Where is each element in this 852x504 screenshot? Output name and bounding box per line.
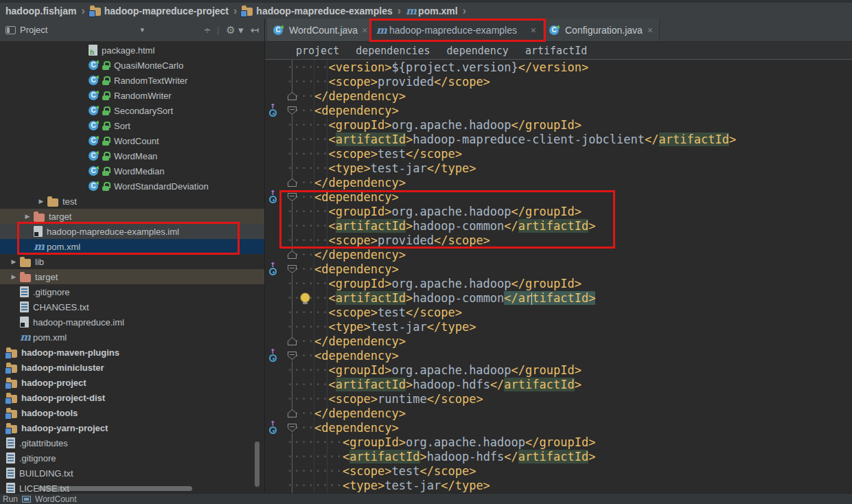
class-icon: C (89, 135, 100, 146)
module-icon (6, 380, 17, 388)
chevron-right-icon: › (463, 5, 466, 16)
code-line: ······<scope>runtime</scope> (286, 392, 852, 406)
tree-item-pom-xml[interactable]: mpom.xml (0, 239, 264, 254)
editor-tab-hadoop-mapreduce-examples[interactable]: mhadoop-mapreduce-examples× (370, 19, 543, 41)
module-icon (6, 395, 17, 403)
lock-icon (102, 61, 110, 70)
breadcrumb: hadoop.fishjam›hadoop-mapreduce-project›… (0, 0, 852, 19)
fold-connector (292, 115, 292, 179)
tree-item-target[interactable]: ▶target (0, 269, 264, 284)
module-folder-icon (90, 8, 101, 16)
close-icon[interactable]: × (362, 25, 367, 36)
expand-arrow-icon[interactable]: ▶ (8, 258, 20, 265)
project-panel-header: Project ▾ ÷|⚙ ▾↤ (0, 19, 264, 42)
dependency-gutter-icon[interactable]: ↑ (268, 347, 278, 362)
expand-arrow-icon[interactable]: ▶ (21, 213, 34, 220)
code-line: ······<scope>provided</scope> (286, 75, 852, 89)
tree-item-wordstandarddeviation[interactable]: CWordStandardDeviation (0, 179, 264, 194)
tree-item-hadoop-mapreduce-examples-iml[interactable]: hadoop-mapreduce-examples.iml (0, 224, 264, 239)
project-panel-title[interactable]: Project (20, 25, 47, 35)
run-toolwindow-button[interactable]: Run (3, 494, 18, 504)
xml-breadcrumb-artifactId[interactable]: artifactId (525, 45, 587, 57)
tree-item-hadoop-mapreduce-iml[interactable]: hadoop-mapreduce.iml (0, 314, 264, 330)
code-lines: ······<version>${project.version}</versi… (286, 60, 852, 493)
tree-item-hadoop-project[interactable]: hadoop-project (0, 375, 264, 390)
tree-item-label: target (49, 211, 71, 222)
code-line: ······<artifactId>hadoop-mapreduce-clien… (286, 133, 852, 147)
tree-item-hadoop-project-dist[interactable]: hadoop-project-dist (0, 390, 264, 405)
chevron-down-icon[interactable]: ▾ (140, 25, 144, 34)
breadcrumb-item[interactable]: mpom.xml (406, 5, 458, 16)
expand-arrow-icon[interactable]: ▶ (35, 198, 47, 205)
tree-item-label: hadoop-tools (21, 408, 78, 418)
dependency-gutter-icon[interactable]: ↑ (268, 261, 278, 275)
tree-item-wordmean[interactable]: CWordMean (0, 148, 264, 163)
tree-item-package-html[interactable]: package.html (0, 43, 264, 58)
close-icon[interactable]: × (531, 25, 536, 36)
tree-item-label: CHANGES.txt (33, 302, 89, 312)
tree-item-pom-xml[interactable]: mpom.xml (0, 330, 264, 345)
editor-tab-configuration-java[interactable]: CConfiguration.java× (543, 19, 660, 41)
tree-item-label: .gitignore (33, 287, 69, 297)
breadcrumb-label: pom.xml (418, 5, 458, 16)
tree-item-label: lib (35, 257, 44, 267)
tree-item-target[interactable]: ▶target (0, 209, 264, 224)
hide-panel-icon[interactable]: ↤ (250, 24, 259, 36)
xml-breadcrumb-dependency[interactable]: dependency (447, 45, 509, 57)
project-panel-icon (5, 26, 16, 34)
doc-icon (6, 468, 15, 479)
tree-item-label: .gitignore (19, 453, 56, 463)
chevron-right-icon: › (81, 5, 84, 16)
tree-item-wordmedian[interactable]: CWordMedian (0, 163, 264, 179)
tree-item-hadoop-maven-plugins[interactable]: hadoop-maven-plugins (0, 345, 264, 360)
dependency-gutter-icon[interactable]: ↑ (268, 102, 278, 117)
scroll-from-source-icon[interactable]: ÷ (205, 24, 210, 36)
editor-tab-wordcount-java[interactable]: CWordCount.java× (267, 19, 370, 41)
expand-arrow-icon[interactable]: ▶ (8, 273, 20, 280)
settings-gear-icon[interactable]: ⚙ ▾ (226, 24, 243, 36)
intention-bulb-icon[interactable] (301, 293, 310, 302)
code-line: ······<groupId>org.apache.hadoop</groupI… (286, 205, 852, 219)
tree-vertical-scrollbar[interactable] (255, 442, 260, 487)
editor: CWordCount.java×mhadoop-mapreduce-exampl… (264, 19, 852, 493)
maven-icon: m (34, 241, 43, 252)
tree-item--gitignore[interactable]: .gitignore (0, 450, 264, 466)
tree-item-wordcount[interactable]: CWordCount (0, 133, 264, 148)
tree-item-label: QuasiMonteCarlo (114, 60, 183, 71)
breadcrumb-item[interactable]: hadoop.fishjam (5, 5, 76, 16)
tree-item-building-txt[interactable]: BUILDING.txt (0, 466, 264, 481)
tree-item-hadoop-tools[interactable]: hadoop-tools (0, 405, 264, 420)
tree-horizontal-scrollbar[interactable] (38, 486, 192, 491)
tree-item--gitignore[interactable]: .gitignore (0, 284, 264, 299)
class-icon: C (89, 150, 100, 161)
doc-icon (6, 453, 15, 463)
tree-item-changes-txt[interactable]: CHANGES.txt (0, 299, 264, 314)
code-line: ········<type>test-jar</type> (286, 479, 852, 493)
xml-breadcrumb-dependencies[interactable]: dependencies (356, 45, 430, 57)
dependency-gutter-icon[interactable]: ↑ (268, 420, 278, 434)
tree-item-hadoop-minicluster[interactable]: hadoop-minicluster (0, 360, 264, 375)
tree-item-label: pom.xml (33, 332, 67, 343)
code-editor[interactable]: ······<version>${project.version}</versi… (265, 60, 852, 493)
doc-icon (6, 437, 15, 448)
tree-item-sort[interactable]: CSort (0, 118, 264, 133)
tree-item-label: package.html (102, 45, 154, 56)
folder-ex-icon (20, 274, 31, 282)
separator: | (217, 25, 219, 35)
tree-item-secondarysort[interactable]: CSecondarySort (0, 103, 264, 118)
iml-icon (20, 317, 29, 328)
folder-ex-icon (34, 214, 45, 222)
tree-item-lib[interactable]: ▶lib (0, 254, 264, 269)
tree-item-test[interactable]: ▶test (0, 194, 264, 209)
breadcrumb-item[interactable]: hadoop-mapreduce-examples (242, 5, 392, 16)
tree-item-randomtextwriter[interactable]: CRandomTextWriter (0, 73, 264, 88)
tree-item-randomwriter[interactable]: CRandomWriter (0, 88, 264, 103)
tree-item--gitattributes[interactable]: .gitattributes (0, 435, 264, 450)
xml-breadcrumb-project[interactable]: project (296, 45, 339, 57)
tree-item-quasimontecarlo[interactable]: CQuasiMonteCarlo (0, 58, 264, 73)
dependency-gutter-icon[interactable]: ↑ (268, 189, 278, 203)
tree-item-label: RandomWriter (114, 91, 172, 101)
tree-item-hadoop-yarn-project[interactable]: hadoop-yarn-project (0, 420, 264, 435)
close-icon[interactable]: × (647, 25, 653, 36)
breadcrumb-item[interactable]: hadoop-mapreduce-project (90, 5, 229, 16)
